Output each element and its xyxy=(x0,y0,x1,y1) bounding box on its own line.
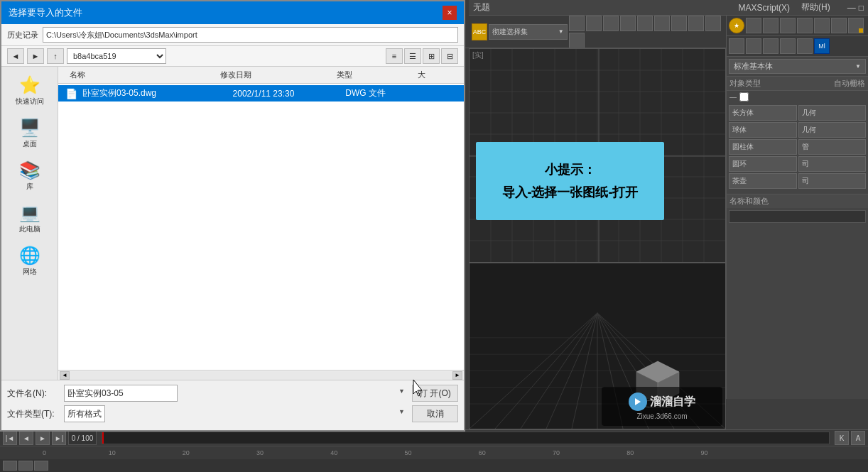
panel-icon-a[interactable] xyxy=(729,38,744,54)
tb-btn-5[interactable] xyxy=(637,16,653,31)
sidebar-item-quickaccess[interactable]: ⭐ 快速访问 xyxy=(5,72,55,109)
key-mode-btn[interactable]: K xyxy=(835,431,849,445)
horizontal-scrollbar[interactable]: ◄ ► xyxy=(58,370,464,380)
obj-sphere[interactable]: 球体 xyxy=(729,122,797,138)
bottom-icon-1[interactable] xyxy=(3,461,17,471)
tb-btn-4[interactable] xyxy=(620,16,636,31)
scroll-track[interactable] xyxy=(70,371,452,380)
view-grid-button[interactable]: ⊞ xyxy=(423,48,440,64)
panel-icon-active[interactable]: Ml xyxy=(814,38,830,54)
object-type-header: 对象类型 自动栅格 xyxy=(727,76,868,91)
panel-icon-4[interactable] xyxy=(797,18,813,33)
cancel-label: 取消 xyxy=(427,408,444,420)
name-color-input[interactable] xyxy=(729,210,866,223)
play-btn[interactable]: ► xyxy=(36,431,50,445)
tb-btn-8[interactable] xyxy=(688,16,704,31)
panel-dropdown-wrap: 标准基本体 ▼ xyxy=(727,57,868,76)
filetype-label: 文件类型(T): xyxy=(7,408,64,420)
path-input[interactable] xyxy=(43,27,458,43)
obj-box[interactable]: 长方体 xyxy=(729,105,797,121)
prev-frame-btn[interactable]: ◄ xyxy=(19,431,33,445)
obj-cone[interactable]: 司 xyxy=(798,173,867,189)
col-header-size[interactable]: 大 xyxy=(412,68,458,82)
auto-key-btn[interactable]: A xyxy=(851,431,865,445)
menu-help[interactable]: 帮助(H) xyxy=(801,1,830,13)
bottom-icon-3[interactable] xyxy=(34,461,48,471)
tb-btn-10[interactable] xyxy=(569,33,585,48)
panel-icon-star[interactable]: ★ xyxy=(729,18,744,33)
dialog-close-button[interactable]: × xyxy=(443,6,457,20)
tb-btn-2[interactable] xyxy=(586,16,602,31)
filetype-dropdown[interactable]: 所有格式 xyxy=(64,405,105,422)
view-detail-button[interactable]: ☰ xyxy=(404,48,421,64)
folder-dropdown[interactable]: b8a4bca519 xyxy=(67,48,166,64)
nav-forward-button[interactable]: ► xyxy=(27,48,44,64)
watermark-name: 溜溜自学 xyxy=(650,395,695,410)
sidebar-item-network[interactable]: 🌐 网络 xyxy=(5,243,55,280)
file-list: 📄 卧室实例03-05.dwg 2002/1/11 23:30 DWG 文件 xyxy=(58,84,464,370)
open-label: 打 开(O) xyxy=(419,388,451,400)
tb-btn-9[interactable] xyxy=(705,16,721,31)
desktop-label: 桌面 xyxy=(23,139,37,149)
frame-counter: 0 / 100 xyxy=(68,431,97,445)
obj-plane[interactable]: 几何 xyxy=(798,122,867,138)
next-frame-btn[interactable]: ►| xyxy=(52,431,66,445)
timeline-track[interactable] xyxy=(102,432,830,444)
minimize-button[interactable]: — xyxy=(847,3,856,13)
tb-btn-3[interactable] xyxy=(603,16,619,31)
play-back-btn[interactable]: |◄ xyxy=(3,431,17,445)
bottom-icon-2[interactable] xyxy=(18,461,33,471)
timeline-playhead[interactable] xyxy=(102,432,104,444)
dialog-path-bar: 历史记录 xyxy=(1,24,464,46)
col-header-name[interactable]: 名称 xyxy=(64,68,215,82)
panel-icon-e[interactable] xyxy=(797,38,813,54)
panel-icon-d[interactable] xyxy=(780,38,796,54)
watermark: 溜溜自学 Zixue.3d66.com xyxy=(602,387,722,426)
auto-grid-checkbox[interactable] xyxy=(739,92,749,101)
maximize-button[interactable]: □ xyxy=(859,3,864,13)
col-header-date[interactable]: 修改日期 xyxy=(215,68,330,82)
panel-icon-b[interactable] xyxy=(746,38,761,54)
col-header-type[interactable]: 类型 xyxy=(331,68,412,82)
obj-pyramid[interactable]: 司 xyxy=(798,156,867,172)
nav-up-button[interactable]: ↑ xyxy=(47,48,64,64)
obj-geosphere[interactable]: 几何 xyxy=(798,105,867,121)
quickaccess-label: 快速访问 xyxy=(16,97,44,106)
cancel-button[interactable]: 取消 xyxy=(412,405,458,422)
sidebar-item-desktop[interactable]: 🖥️ 桌面 xyxy=(5,115,55,152)
obj-teapot[interactable]: 茶壶 xyxy=(729,173,797,189)
timeline-controls: |◄ ◄ ► ►| 0 / 100 K A xyxy=(0,430,868,446)
panel-icon-6[interactable] xyxy=(831,18,847,33)
scroll-left-button[interactable]: ◄ xyxy=(60,371,70,380)
panel-icons-row1: ★ xyxy=(727,16,868,36)
panel-dropdown[interactable]: 标准基本体 ▼ xyxy=(729,59,866,74)
panel-icon-7[interactable] xyxy=(848,18,864,33)
file-icon-dwg: 📄 xyxy=(64,88,78,99)
sidebar-item-computer[interactable]: 💻 此电脑 xyxy=(5,200,55,237)
view-list-button[interactable]: ≡ xyxy=(386,48,403,64)
library-icon: 📚 xyxy=(19,160,40,180)
panel-icon-5[interactable] xyxy=(814,18,830,33)
toolbar-icon-abc[interactable]: ABC xyxy=(472,23,487,40)
sidebar-item-library[interactable]: 📚 库 xyxy=(5,158,55,194)
nav-back-button[interactable]: ◄ xyxy=(7,48,24,64)
tb-btn-1[interactable] xyxy=(569,16,585,31)
open-button[interactable]: 打 开(O) xyxy=(412,385,458,402)
panel-icon-2[interactable] xyxy=(763,18,779,33)
panel-icon-c[interactable] xyxy=(763,38,779,54)
tb-btn-7[interactable] xyxy=(671,16,687,31)
panel-icon-1[interactable] xyxy=(746,18,761,33)
file-item-dwg[interactable]: 📄 卧室实例03-05.dwg 2002/1/11 23:30 DWG 文件 xyxy=(58,85,464,101)
selection-dropdown[interactable]: 彻建选择集 ▼ xyxy=(489,24,567,40)
filename-input[interactable] xyxy=(64,385,178,402)
panel-icon-3[interactable] xyxy=(780,18,796,33)
obj-cylinder[interactable]: 圆柱体 xyxy=(729,139,797,155)
view-large-button[interactable]: ⊟ xyxy=(441,48,458,64)
toolbar-buttons xyxy=(569,16,723,48)
object-type-grid: 长方体 几何 球体 几何 圆柱体 管 圆环 司 茶壶 司 xyxy=(727,103,868,191)
scroll-right-button[interactable]: ► xyxy=(452,371,462,380)
obj-torus[interactable]: 圆环 xyxy=(729,156,797,172)
menu-maxscript[interactable]: MAXScript(X) xyxy=(738,3,790,13)
tb-btn-6[interactable] xyxy=(654,16,670,31)
obj-tube[interactable]: 管 xyxy=(798,139,867,155)
